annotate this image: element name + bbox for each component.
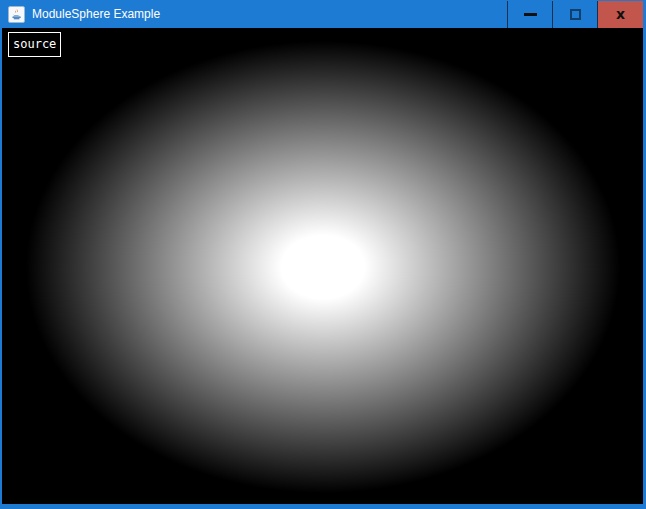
render-canvas[interactable]: source [2, 28, 643, 504]
minimize-icon [524, 13, 537, 16]
title-bar[interactable]: ModuleSphere Example x [0, 0, 646, 28]
window-title: ModuleSphere Example [32, 7, 507, 21]
minimize-button[interactable] [508, 1, 553, 28]
close-icon: x [616, 7, 625, 21]
source-label: source [8, 32, 61, 57]
maximize-icon [570, 9, 581, 20]
java-coffee-cup-icon [8, 6, 25, 23]
maximize-button[interactable] [553, 1, 598, 28]
app-window: ModuleSphere Example x source [0, 0, 646, 509]
close-button[interactable]: x [598, 1, 643, 28]
window-controls: x [507, 1, 643, 28]
